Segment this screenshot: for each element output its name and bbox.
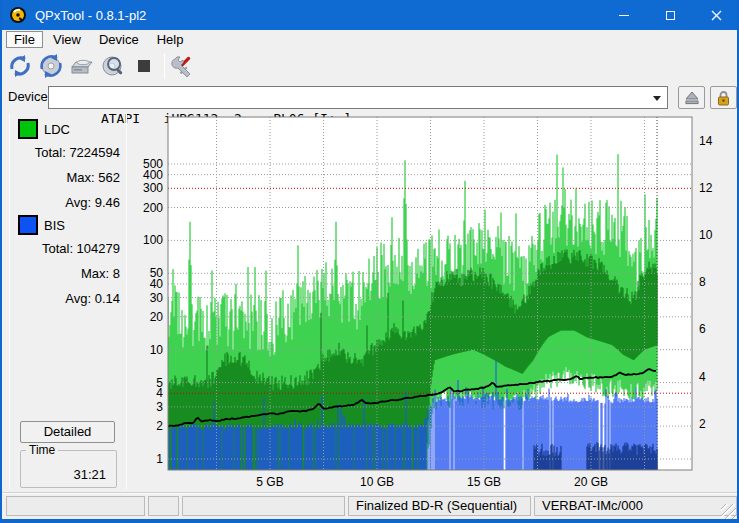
stop-icon (131, 53, 157, 79)
y-left-tick-label: 300 (143, 181, 163, 195)
scan-disc-button[interactable] (36, 51, 66, 81)
device-combobox[interactable]: ATAPI iHBS112 2 PL06 [I: ] (48, 86, 668, 109)
y-left-tick-label: 2 (156, 419, 163, 433)
ldc-max: Max: 562 (20, 170, 120, 185)
app-icon (9, 6, 27, 24)
eject-button[interactable] (678, 86, 705, 109)
detailed-button[interactable]: Detailed (20, 421, 115, 443)
window-title: QPxTool - 0.8.1-pl2 (35, 8, 601, 23)
eject-icon (684, 91, 700, 105)
refresh-devices-button[interactable] (5, 51, 35, 81)
toolbar-separator (164, 53, 165, 79)
y-left-tick-label: 500 (143, 157, 163, 171)
y-right-tick-label: 12 (699, 181, 713, 195)
lock-icon (716, 90, 731, 106)
y-left-tick-label: 1 (156, 452, 163, 466)
y-left-tick-label: 30 (150, 291, 164, 305)
menu-item-view[interactable]: View (45, 31, 89, 48)
bis-max: Max: 8 (20, 266, 120, 281)
x-tick-label: 5 GB (256, 475, 283, 489)
drive-info-button[interactable] (67, 51, 97, 81)
refresh-icon (7, 53, 33, 79)
y-left-tick-label: 20 (150, 310, 164, 324)
menubar: FileViewDeviceHelp (2, 30, 737, 49)
time-value: 31:21 (73, 467, 106, 482)
device-label: Device: (8, 89, 51, 104)
y-left-tick-label: 5 (156, 376, 163, 390)
time-groupbox: Time 31:21 (20, 450, 117, 488)
status-box-empty-1 (6, 496, 145, 516)
window-controls (601, 0, 739, 30)
ldc-label: LDC (44, 122, 70, 137)
x-tick-label: 20 GB (574, 475, 608, 489)
y-left-tick-label: 50 (150, 266, 164, 280)
bis-avg: Avg: 0.14 (20, 291, 120, 306)
status-box-empty-3 (182, 496, 345, 516)
bis-total: Total: 104279 (20, 241, 120, 256)
y-right-tick-label: 8 (699, 275, 706, 289)
panel-edge-line (9, 114, 10, 490)
qpxtool-logo-icon (9, 6, 27, 24)
quality-scan-chart: 1234510203040501002003004005002468101214… (133, 112, 739, 492)
close-icon (711, 10, 722, 21)
statusbar: Finalized BD-R (Sequential) VERBAT-IMc/0… (2, 494, 737, 519)
minimize-icon (619, 15, 629, 16)
y-right-tick-label: 14 (699, 134, 713, 148)
device-bar: Device: ATAPI iHBS112 2 PL06 [I: ] (2, 82, 737, 112)
dropdown-arrow-icon (653, 96, 661, 101)
y-right-tick-label: 10 (699, 228, 713, 242)
check-disc-icon (100, 53, 126, 79)
y-left-tick-label: 10 (150, 343, 164, 357)
x-tick-label: 10 GB (360, 475, 394, 489)
preferences-button[interactable] (169, 51, 199, 81)
toolbar (2, 49, 737, 82)
scan-disc-icon (38, 53, 64, 79)
titlebar: QPxTool - 0.8.1-pl2 (0, 0, 739, 30)
menu-item-device[interactable]: Device (91, 31, 147, 48)
bis-dense-bars (534, 442, 657, 470)
ldc-avg: Avg: 9.46 (20, 195, 120, 210)
close-button[interactable] (693, 0, 739, 30)
y-right-tick-label: 6 (699, 322, 706, 336)
lock-button[interactable] (710, 86, 737, 109)
sidebar-divider (126, 114, 127, 490)
y-right-tick-label: 4 (699, 370, 706, 384)
maximize-icon (666, 11, 675, 20)
disc-drive-icon (69, 53, 95, 79)
qpxtool-window: QPxTool - 0.8.1-pl2 FileViewDeviceHelp (0, 0, 739, 523)
y-right-tick-label: 2 (699, 417, 706, 431)
status-disc-type: Finalized BD-R (Sequential) (348, 496, 531, 516)
status-media-id: VERBAT-IMc/000 (534, 496, 737, 516)
stop-button[interactable] (129, 51, 159, 81)
ldc-color-swatch (18, 119, 38, 139)
bis-label: BIS (44, 218, 65, 233)
main-area: LDC Total: 7224594 Max: 562 Avg: 9.46 BI… (2, 112, 737, 492)
maximize-button[interactable] (647, 0, 693, 30)
menu-item-help[interactable]: Help (149, 31, 192, 48)
menu-item-file[interactable]: File (6, 31, 43, 48)
y-left-tick-label: 100 (143, 233, 163, 247)
bis-color-swatch (18, 215, 38, 235)
y-left-tick-label: 200 (143, 201, 163, 215)
check-disc-button[interactable] (98, 51, 128, 81)
tools-icon (171, 53, 197, 79)
status-box-empty-2 (148, 496, 179, 516)
x-tick-label: 15 GB (467, 475, 501, 489)
time-group-label: Time (26, 443, 58, 457)
resize-grip[interactable] (721, 504, 736, 519)
ldc-total: Total: 7224594 (20, 145, 120, 160)
y-left-tick-label: 3 (156, 400, 163, 414)
minimize-button[interactable] (601, 0, 647, 30)
